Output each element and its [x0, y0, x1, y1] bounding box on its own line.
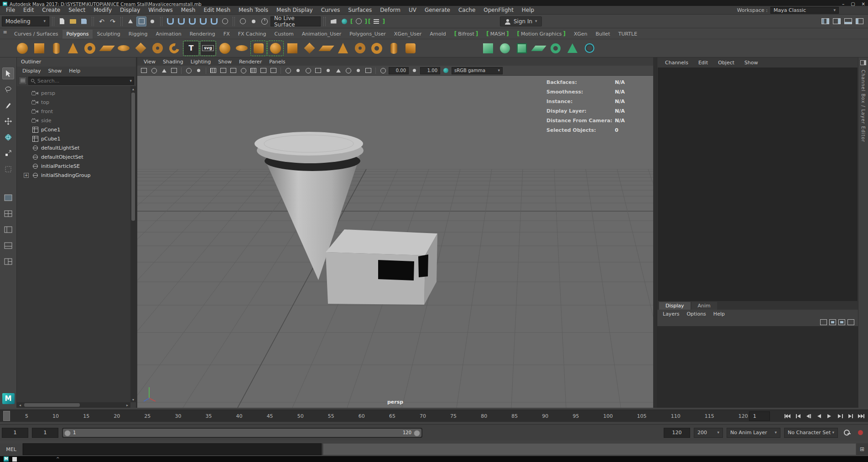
shelf-poly-cube-button[interactable] [31, 41, 47, 56]
menu-help[interactable]: Help [518, 6, 538, 14]
shelf-tab-custom[interactable]: Custom [270, 30, 298, 39]
layer-list-area[interactable] [657, 326, 858, 408]
paint-select-tool[interactable] [2, 99, 14, 111]
scroll-left-icon[interactable]: ◂ [17, 403, 23, 407]
tab-display[interactable]: Display [659, 302, 691, 310]
menu-curves[interactable]: Curves [317, 6, 344, 14]
rotate-tool[interactable] [2, 131, 14, 143]
shelf-flip-normals-button[interactable] [531, 41, 546, 56]
shelf-menu-icon[interactable]: ≡ [3, 30, 7, 35]
scrollbar-track[interactable] [23, 402, 124, 408]
new-empty-layer-icon[interactable] [829, 319, 836, 325]
undo-icon[interactable]: ↶ [97, 16, 107, 26]
grid-toggle-icon[interactable] [209, 67, 218, 74]
film-gate-icon[interactable] [219, 67, 228, 74]
layout-split-vertical-button[interactable] [2, 223, 14, 235]
shelf-tab-bifrost[interactable]: [ Bifrost ] [450, 29, 483, 39]
attribute-editor-toggle-icon[interactable] [832, 16, 842, 26]
step-back-key-button[interactable] [793, 411, 803, 421]
scroll-right-icon[interactable]: ▸ [124, 403, 130, 407]
shelf-tab-fx[interactable]: FX [219, 30, 234, 39]
taskbar-item[interactable] [12, 457, 17, 462]
playback-range-bar[interactable]: 1 120 [63, 429, 421, 437]
new-layer-from-selected-icon[interactable] [838, 319, 845, 325]
current-frame-field[interactable]: 1 [749, 411, 770, 421]
shelf-tab-curves-surfaces[interactable]: Curves / Surfaces [10, 30, 62, 39]
tab-anim[interactable]: Anim [691, 302, 717, 310]
grease-pencil-icon[interactable] [194, 67, 203, 74]
select-tool[interactable] [2, 67, 14, 79]
textured-mode-icon[interactable] [314, 67, 322, 74]
shelf-super-ellipse-button[interactable] [217, 41, 233, 56]
menu-openflight[interactable]: OpenFlight [479, 6, 518, 14]
menu-modify[interactable]: Modify [89, 6, 116, 14]
shelf-boolean-union-button[interactable] [251, 41, 266, 56]
shelf-bevel-button[interactable] [369, 41, 385, 56]
toolbar-group-grip[interactable] [120, 17, 123, 26]
outliner-item-persp[interactable]: persp [17, 88, 130, 98]
shelf-poly-torus-button[interactable] [82, 41, 98, 56]
outliner-menu-help[interactable]: Help [65, 68, 84, 74]
image-plane-icon[interactable] [170, 67, 178, 74]
outliner-filter-icon[interactable] [19, 77, 27, 85]
shelf-tab-turtle[interactable]: TURTLE [614, 30, 641, 39]
auto-keyframe-icon[interactable] [855, 428, 865, 438]
shelf-poly-sphere-button[interactable] [15, 41, 30, 56]
side-strip-label[interactable]: Channel Box / Layer Editor [861, 70, 866, 142]
color-transform-select[interactable]: sRGB gamma ▾ [452, 67, 503, 74]
shaded-mode-icon[interactable] [294, 67, 302, 74]
menu-surfaces[interactable]: Surfaces [344, 6, 376, 14]
shelf-mirror-button[interactable] [480, 41, 496, 56]
shelf-quad-draw-button[interactable] [565, 41, 580, 56]
expand-icon[interactable]: + [24, 173, 29, 178]
shelf-tab-fx-caching[interactable]: FX Caching [234, 30, 270, 39]
layout-single-pane-button[interactable] [2, 192, 14, 203]
shelf-boolean-difference-button[interactable] [268, 41, 283, 56]
gate-mask-icon[interactable] [239, 67, 248, 74]
animation-start-field[interactable]: 1 [2, 428, 28, 438]
construction-history-icon[interactable] [260, 16, 270, 26]
menu-create[interactable]: Create [38, 6, 64, 14]
play-backward-button[interactable] [814, 411, 824, 421]
scroll-down-icon[interactable]: ▾ [130, 397, 136, 402]
outliner-item-pcone1[interactable]: pCone1 [17, 125, 130, 134]
shelf-average-vertices-button[interactable] [514, 41, 530, 56]
shelf-multi-cut-button[interactable] [403, 41, 418, 56]
outliner-item-defaultobjectset[interactable]: defaultObjectSet [17, 152, 130, 161]
outliner-item-defaultlightset[interactable]: defaultLightSet [17, 143, 130, 152]
shelf-bridge-button[interactable] [386, 41, 401, 56]
lock-camera-icon[interactable] [140, 67, 148, 74]
shelf-tab-bullet[interactable]: Bullet [592, 30, 614, 39]
layer-menu-options[interactable]: Options [683, 311, 709, 317]
tool-settings-toggle-icon[interactable] [843, 16, 853, 26]
color-management-icon[interactable] [442, 67, 450, 74]
gamma-field[interactable]: 1.00 [420, 67, 440, 74]
shelf-tab-sculpting[interactable]: Sculpting [93, 30, 124, 39]
lasso-tool[interactable] [2, 83, 14, 95]
render-current-frame-icon[interactable] [339, 16, 349, 26]
menu-deform[interactable]: Deform [376, 6, 405, 14]
snap-to-view-plane-icon[interactable] [209, 16, 219, 26]
anti-aliasing-icon[interactable] [364, 67, 373, 74]
motion-blur-icon[interactable] [354, 67, 363, 74]
shelf-conform-normals-button[interactable] [548, 41, 563, 56]
outliner-item-pcube1[interactable]: pCube1 [17, 134, 130, 143]
output-connections-icon[interactable] [249, 16, 259, 26]
outliner-menu-display[interactable]: Display [19, 68, 45, 74]
scrollbar-thumb[interactable] [24, 403, 80, 407]
outliner-vertical-scrollbar[interactable]: ▴ ▾ [130, 86, 136, 402]
shelf-extract-button[interactable] [318, 41, 334, 56]
menu-set-select[interactable]: Modeling ▾ [2, 16, 49, 26]
shelf-tab-arnold[interactable]: Arnold [426, 30, 450, 39]
tray-chevron-icon[interactable]: ^ [56, 457, 60, 461]
live-surface-field[interactable]: No Live Surface [270, 16, 321, 26]
menu-edit[interactable]: Edit [19, 6, 38, 14]
panel-menu-lighting[interactable]: Lighting [187, 59, 214, 65]
step-forward-frame-button[interactable] [835, 411, 845, 421]
time-slider[interactable]: 5 10 15 20 25 30 35 40 45 50 55 60 65 70… [0, 410, 868, 422]
outliner-item-initialparticlese[interactable]: initialParticleSE [17, 161, 130, 171]
panel-menu-shading[interactable]: Shading [159, 59, 187, 65]
outliner-item-initialshadinggroup[interactable]: + initialShadingGroup [17, 171, 130, 180]
shelf-type-tool-button[interactable]: T [183, 41, 199, 56]
bookmarks-icon[interactable] [160, 67, 168, 74]
